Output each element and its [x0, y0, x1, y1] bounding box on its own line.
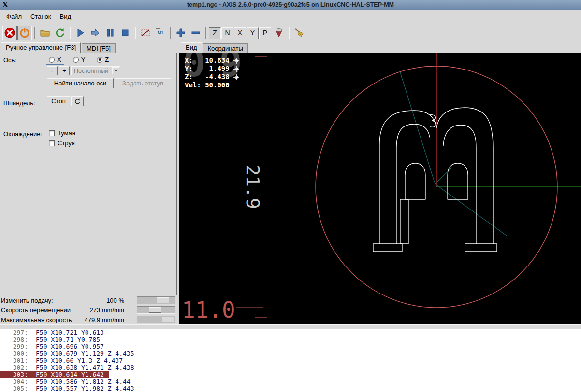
view-perspective-button[interactable]: P: [259, 27, 271, 39]
coolant-flood-checkbox[interactable]: Струя: [49, 140, 75, 147]
optional-stop-icon: M1: [156, 28, 165, 37]
stop-button[interactable]: [118, 26, 132, 40]
feed-override-slider[interactable]: [137, 296, 175, 304]
set-offset-button[interactable]: Задать отступ: [115, 78, 171, 88]
axis-radio-x-label: X: [57, 56, 61, 63]
preview-canvas[interactable]: 0 9: [179, 53, 581, 324]
dro-vel-value: 50.000: [201, 81, 230, 89]
open-file-button[interactable]: [38, 26, 52, 40]
gcode-line[interactable]: 297:F50 X10.721 Y0.613: [0, 329, 581, 336]
extent-height-text: 21.9: [242, 165, 263, 209]
jog-controls: - + Постоянный: [47, 66, 120, 75]
zoom-out-button[interactable]: [189, 26, 203, 40]
zoom-in-button[interactable]: [174, 26, 188, 40]
radio-indicator: [73, 57, 79, 63]
toolbar-separator: [170, 27, 171, 39]
toolbar: M1 Z N X Y P: [0, 23, 581, 42]
mist-label: Туман: [58, 129, 75, 137]
coolant-label: Охлаждение:: [3, 130, 42, 138]
titlebar[interactable]: X temp1.ngc - AXIS 2.6.0-pre0-4925-g90a2…: [0, 0, 581, 10]
spindle-controls: Стоп: [47, 96, 84, 106]
menu-view[interactable]: Вид: [56, 11, 76, 22]
run-button[interactable]: [73, 26, 87, 40]
dro-readout: X:10.634 Y:1.499 Z:-4.438 Vel:50.000: [185, 56, 239, 89]
spindle-label: Шпиндель:: [3, 99, 35, 107]
spindle-brake-button[interactable]: [71, 96, 84, 106]
axis-radio-group: X Y Z: [46, 55, 112, 65]
axis-label: Ось:: [3, 56, 16, 64]
stop-icon: [119, 27, 131, 39]
backplot: 0 9: [179, 53, 581, 324]
view-front-button[interactable]: Y: [247, 27, 259, 39]
home-axis-button[interactable]: Найти начало оси: [47, 78, 114, 88]
menu-file[interactable]: Файл: [2, 11, 26, 22]
tab-dro[interactable]: Координаты: [203, 43, 248, 53]
gcode-line[interactable]: 300:F50 X10.679 Y1.129 Z-4.435: [0, 350, 581, 358]
folder-icon: [39, 27, 51, 39]
step-arrow-icon: [89, 27, 101, 39]
tab-mdi[interactable]: MDI [F5]: [82, 43, 116, 53]
axis-radio-x[interactable]: X: [46, 55, 64, 65]
menu-machine[interactable]: Станок: [26, 11, 56, 22]
coolant-mist-checkbox[interactable]: Туман: [49, 129, 75, 137]
gcode-line[interactable]: 298:F50 X10.71 Y0.785: [0, 336, 581, 344]
spindle-stop-button[interactable]: Стоп: [47, 96, 70, 106]
gcode-listing: 297:F50 X10.721 Y0.613 298:F50 X10.71 Y0…: [0, 329, 581, 392]
radio-indicator: [49, 57, 55, 63]
feed-override-label: Изменить подачу:: [1, 297, 53, 304]
optional-stop-toggle[interactable]: M1: [153, 26, 168, 40]
flood-label: Струя: [58, 140, 75, 147]
axis-radio-y[interactable]: Y: [70, 55, 88, 65]
toolbar-separator: [135, 27, 136, 39]
gcode-line[interactable]: 305:F50 X10.557 Y1.982 Z-4.443: [0, 385, 581, 392]
panel-sash[interactable]: [0, 324, 581, 329]
dro-y-label: Y:: [185, 65, 201, 73]
max-velocity-label: Максимальная скорость:: [1, 316, 73, 323]
tab-manual-control[interactable]: Ручное управление-[F3]: [1, 42, 81, 53]
axis-radio-y-label: Y: [81, 56, 86, 63]
tab-preview[interactable]: Вид: [181, 42, 202, 53]
jog-speed-label: Скорость перемещений: [1, 307, 71, 314]
toolbar-separator: [34, 27, 35, 39]
feed-override-handle[interactable]: [157, 297, 169, 303]
override-sliders: Изменить подачу: 100 % Скорость перемеще…: [0, 295, 177, 324]
jog-minus-button[interactable]: -: [47, 66, 58, 75]
run-icon: [74, 27, 86, 39]
estop-button[interactable]: [2, 26, 17, 40]
axis-radio-z-label: Z: [105, 56, 109, 63]
jog-speed-handle[interactable]: [149, 307, 161, 313]
gcode-line[interactable]: 304:F50 X10.586 Y1.812 Z-4.44: [0, 378, 581, 386]
skip-lines-toggle[interactable]: [138, 26, 153, 40]
toolbar-separator: [289, 27, 290, 39]
gcode-line[interactable]: 301:F50 X10.66 Y1.3 Z-4.437: [0, 357, 581, 364]
zoom-in-icon: [175, 27, 187, 39]
reload-file-button[interactable]: [53, 26, 67, 40]
jog-plus-button[interactable]: +: [59, 66, 70, 75]
gcode-line-active[interactable]: 303:F50 X10.614 Y1.642: [0, 371, 581, 378]
max-velocity-value: 479.9 mm/min: [85, 316, 124, 323]
gcode-line[interactable]: 299:F50 X10.696 Y0.957: [0, 343, 581, 350]
dro-y-row: Y:1.499: [185, 65, 239, 73]
run-step-button[interactable]: [88, 26, 102, 40]
gcode-line[interactable]: 302:F50 X10.638 Y1.471 Z-4.438: [0, 364, 581, 372]
window-title: temp1.ngc - AXIS 2.6.0-pre0-4925-g90a2fc…: [187, 1, 394, 8]
max-velocity-slider[interactable]: [137, 316, 175, 323]
clear-plot-button[interactable]: [292, 26, 306, 40]
max-velocity-handle[interactable]: [162, 317, 174, 322]
view-top-button[interactable]: Z: [209, 27, 221, 39]
pause-button[interactable]: [103, 26, 117, 40]
view-rotated-top-button[interactable]: N: [221, 27, 233, 39]
axis-radio-z[interactable]: Z: [94, 55, 112, 65]
dro-z-value: -4.438: [201, 73, 230, 81]
rotate-mode-button[interactable]: [272, 26, 286, 40]
machine-power-button[interactable]: [17, 26, 32, 40]
axis-logo-icon: X: [2, 0, 8, 9]
toolbar-separator: [70, 27, 71, 39]
combo-arrow-button[interactable]: [112, 67, 119, 74]
estop-icon: [4, 27, 15, 39]
jog-speed-slider[interactable]: [137, 306, 175, 314]
jog-increment-select[interactable]: Постоянный: [71, 66, 120, 75]
extent-width-text: 11.0: [182, 297, 235, 323]
view-side-button[interactable]: X: [234, 27, 246, 39]
spin-cone-icon: [273, 27, 285, 39]
